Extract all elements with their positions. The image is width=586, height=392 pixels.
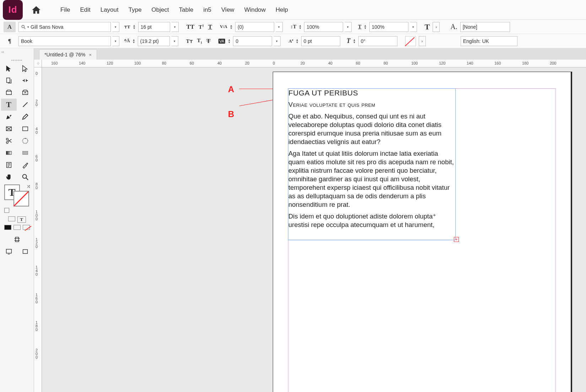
direct-selection-tool[interactable]: [17, 62, 33, 74]
menu-edit[interactable]: Edit: [80, 6, 90, 13]
type-tool[interactable]: T: [1, 99, 17, 111]
ruler-horizontal[interactable]: 1601401201008060402002040608010012014016…: [42, 60, 586, 67]
hand-tool[interactable]: [1, 171, 17, 183]
superscript-icon[interactable]: T1: [199, 24, 204, 30]
kerning-dropdown[interactable]: ▾: [276, 22, 283, 32]
paragraph-mode-icon[interactable]: ¶: [4, 36, 16, 46]
text-paragraph[interactable]: Dis idem et quo doluptionet adiste dolor…: [288, 212, 455, 229]
gradient-feather-tool[interactable]: [17, 147, 33, 159]
document-tab[interactable]: *Untitled-1 @ 76% ×: [39, 49, 97, 60]
leading-spinner[interactable]: ▲▼: [131, 39, 136, 44]
pencil-tool[interactable]: [17, 111, 33, 123]
fill-arrow-icon[interactable]: ›: [433, 22, 440, 32]
content-collector-tool[interactable]: [1, 87, 17, 99]
tracking-field[interactable]: 0: [233, 36, 272, 46]
page[interactable]: FUGA UT PERIBUS Veriae voluptate et quis…: [273, 72, 571, 392]
menu-help[interactable]: Help: [276, 6, 288, 13]
preview-mode-icon[interactable]: [17, 245, 33, 258]
apply-none-icon[interactable]: [23, 225, 30, 230]
menu-table[interactable]: Table: [179, 6, 194, 13]
selection-tool[interactable]: [1, 62, 17, 74]
default-colors-icon[interactable]: [4, 208, 9, 213]
overset-text-icon[interactable]: +: [454, 237, 459, 242]
menu-type[interactable]: Type: [129, 6, 142, 13]
menu-in5[interactable]: in5: [203, 6, 211, 13]
eyedropper-tool[interactable]: [17, 159, 33, 171]
menu-file[interactable]: File: [60, 6, 70, 13]
vertical-scale-spinner[interactable]: ▲▼: [298, 24, 303, 29]
small-caps-icon[interactable]: Tᴛ: [186, 38, 193, 44]
rectangle-frame-tool[interactable]: [1, 123, 17, 135]
horizontal-scale-spinner[interactable]: ▲▼: [363, 24, 368, 29]
underline-icon[interactable]: T: [208, 23, 212, 31]
all-caps-icon[interactable]: TT: [186, 23, 195, 31]
expand-panels-icon[interactable]: ‹‹: [1, 50, 4, 54]
page-viewport[interactable]: A B FUGA UT PERIBUS Veriae voluptate et …: [42, 67, 586, 392]
pen-tool[interactable]: [1, 111, 17, 123]
view-mode-normal-icon[interactable]: [9, 233, 25, 245]
font-size-dropdown[interactable]: ▾: [172, 22, 179, 32]
stroke-color-icon[interactable]: [405, 36, 416, 46]
formatting-container-icon[interactable]: [8, 216, 15, 221]
line-tool[interactable]: [17, 99, 33, 111]
language-field[interactable]: English: UK: [461, 36, 517, 46]
font-style-dropdown[interactable]: ▾: [112, 36, 119, 46]
rotation-field[interactable]: 0°: [358, 36, 397, 46]
scissors-tool[interactable]: [1, 135, 17, 147]
kerning-field[interactable]: (0): [235, 22, 274, 32]
fill-stroke-swatches[interactable]: T ⤭: [3, 184, 31, 207]
leading-field[interactable]: (19.2 pt): [138, 36, 170, 46]
toolbox-grip[interactable]: ▪▪▪▪▪▪▪: [10, 58, 24, 60]
fill-color-icon[interactable]: T: [425, 22, 430, 32]
text-subheading[interactable]: Veriae voluptate et quis prem: [288, 100, 455, 109]
swap-fill-stroke-icon[interactable]: ⤭: [27, 184, 31, 189]
kerning-spinner[interactable]: ▲▼: [229, 24, 234, 29]
text-paragraph[interactable]: Que et abo. Nequibus, consed qui unt es …: [288, 112, 455, 146]
vertical-scale-field[interactable]: 100%: [304, 22, 343, 32]
stroke-arrow-icon[interactable]: ›: [419, 36, 426, 46]
menu-window[interactable]: Window: [244, 6, 266, 13]
formatting-text-icon[interactable]: T: [17, 216, 26, 223]
baseline-shift-spinner[interactable]: ▲▼: [295, 39, 300, 44]
note-tool[interactable]: [1, 159, 17, 171]
font-family-field[interactable]: ▾ Gill Sans Nova: [18, 22, 111, 32]
close-tab-icon[interactable]: ×: [89, 52, 92, 57]
font-size-field[interactable]: 16 pt: [138, 22, 170, 32]
text-paragraph[interactable]: Aga Itatet ut quiat litiis dolorum incta…: [288, 149, 455, 209]
apply-gradient-icon[interactable]: [13, 225, 21, 230]
font-size-spinner[interactable]: ▲▼: [132, 24, 137, 29]
leading-dropdown[interactable]: ▾: [171, 36, 178, 46]
rectangle-tool[interactable]: [17, 123, 33, 135]
content-placer-tool[interactable]: [17, 87, 33, 99]
menu-object[interactable]: Object: [152, 6, 169, 13]
tracking-spinner[interactable]: ▲▼: [227, 39, 232, 44]
apply-color-icon[interactable]: [4, 225, 11, 230]
home-button[interactable]: [29, 3, 43, 17]
gradient-swatch-tool[interactable]: [1, 147, 17, 159]
rotation-spinner[interactable]: ▲▼: [352, 39, 357, 44]
zoom-tool[interactable]: [17, 171, 33, 183]
text-frame[interactable]: FUGA UT PERIBUS Veriae voluptate et quis…: [288, 88, 456, 240]
ruler-vertical[interactable]: 020406080100120140160180200: [34, 67, 42, 392]
character-mode-icon[interactable]: A: [4, 22, 16, 32]
free-transform-tool[interactable]: [17, 135, 33, 147]
page-tool[interactable]: [1, 74, 17, 87]
stroke-swatch[interactable]: [13, 191, 29, 206]
vertical-scale-dropdown[interactable]: ▾: [344, 22, 352, 32]
menu-view[interactable]: View: [221, 6, 234, 13]
char-style-field[interactable]: [None]: [460, 22, 510, 32]
screen-mode-icon[interactable]: [1, 245, 17, 258]
gap-tool[interactable]: [17, 74, 33, 87]
document-tab-title: *Untitled-1 @ 76%: [44, 52, 85, 57]
baseline-shift-field[interactable]: 0 pt: [301, 36, 340, 46]
subscript-icon[interactable]: T1: [197, 38, 202, 44]
ruler-origin[interactable]: ⊹: [34, 60, 42, 67]
menu-layout[interactable]: Layout: [101, 6, 119, 13]
strikethrough-icon[interactable]: T: [206, 38, 210, 45]
tracking-dropdown[interactable]: ▾: [273, 36, 281, 46]
text-heading[interactable]: FUGA UT PERIBUS: [288, 89, 455, 97]
font-family-dropdown[interactable]: ▾: [112, 22, 119, 32]
font-style-field[interactable]: Book: [18, 36, 111, 46]
horizontal-scale-dropdown[interactable]: ▾: [410, 22, 417, 32]
horizontal-scale-field[interactable]: 100%: [369, 22, 408, 32]
